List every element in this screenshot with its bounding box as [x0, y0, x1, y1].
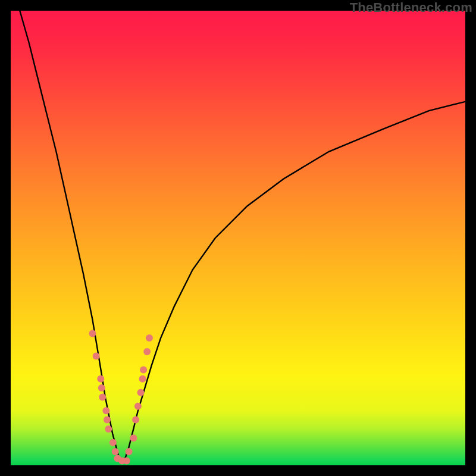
marker-dot [126, 448, 133, 455]
marker-dot [105, 425, 112, 433]
chart-frame: TheBottleneck.com [0, 0, 476, 476]
marker-dot [104, 416, 111, 424]
marker-dot [109, 439, 117, 446]
marker-dot [130, 434, 137, 441]
marker-dot [102, 407, 109, 414]
marker-dot [99, 393, 106, 400]
marker-dot [132, 416, 139, 424]
marker-dot [123, 457, 130, 464]
marker-dot [134, 403, 142, 410]
marker-dot [137, 389, 145, 396]
marker-dot [98, 384, 105, 392]
plot-area [11, 11, 465, 465]
marker-dot [140, 367, 147, 374]
marker-dot [89, 330, 96, 337]
marker-dot [93, 353, 100, 360]
marker-dot [112, 448, 119, 455]
marker-dot [146, 334, 153, 342]
highlighted-points [89, 330, 154, 464]
left-branch-line [20, 11, 120, 461]
marker-dot [97, 375, 104, 383]
right-branch-line [124, 102, 465, 461]
bottleneck-curve [20, 11, 465, 461]
marker-dot [143, 348, 151, 355]
marker-dot [139, 375, 146, 383]
watermark-text: TheBottleneck.com [350, 0, 472, 15]
curves-layer [11, 11, 465, 465]
